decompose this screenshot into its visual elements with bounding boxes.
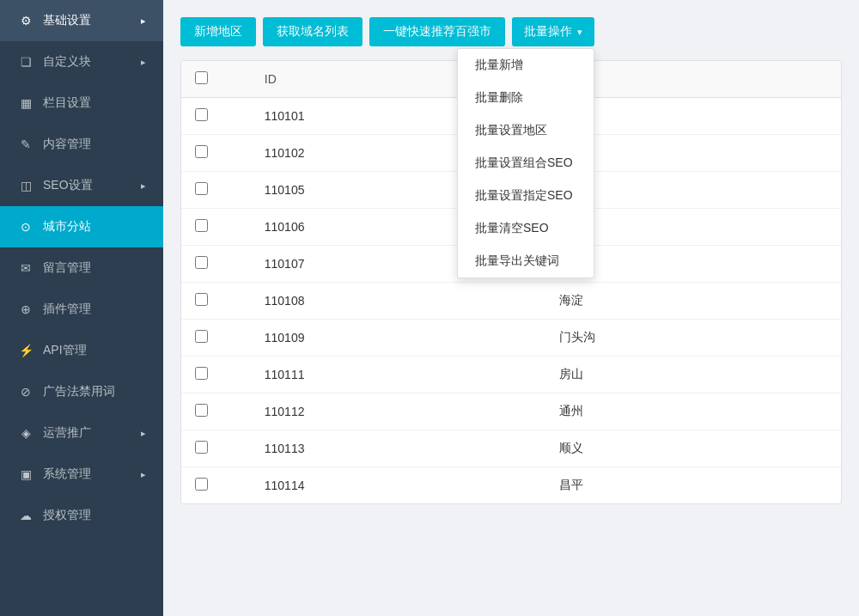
- sidebar-item-ops-promo[interactable]: ◈ 运营推广 ▸: [0, 412, 163, 454]
- row-name-7: 房山: [545, 357, 841, 393]
- sidebar-label-ad-forbidden: 广告法禁用词: [43, 384, 146, 399]
- auth-icon: ☁: [17, 507, 34, 524]
- api-icon: ⚡: [17, 342, 34, 359]
- table-header-checkbox: [181, 61, 251, 98]
- sidebar-label-content-mgmt: 内容管理: [43, 137, 146, 152]
- row-name-6: 门头沟: [545, 320, 841, 357]
- row-name-8: 通州: [545, 393, 841, 430]
- content-area: 新增地区 获取域名列表 一键快速推荐百强市 批量操作 ▾ 批量新增批量删除批量设…: [163, 0, 859, 616]
- dropdown-item-0[interactable]: 批量新增: [458, 49, 594, 82]
- sidebar-arrow-custom-block: ▸: [141, 57, 146, 68]
- sidebar-arrow-seo-settings: ▸: [141, 180, 146, 192]
- row-checkbox-cell-9: [181, 430, 251, 467]
- row-checkbox-1[interactable]: [195, 145, 208, 158]
- row-checkbox-2[interactable]: [195, 182, 208, 195]
- sidebar-label-column-settings: 栏目设置: [43, 95, 146, 111]
- batch-dropdown-wrapper: 批量操作 ▾ 批量新增批量删除批量设置地区批量设置组合SEO批量设置指定SEO批…: [512, 17, 594, 46]
- row-checkbox-cell-4: [181, 246, 251, 283]
- table-row: 110114 昌平: [181, 467, 841, 504]
- batch-dropdown-menu: 批量新增批量删除批量设置地区批量设置组合SEO批量设置指定SEO批量清空SEO批…: [457, 48, 594, 278]
- sidebar-item-ad-forbidden[interactable]: ⊘ 广告法禁用词: [0, 371, 163, 412]
- batch-operation-button[interactable]: 批量操作 ▾: [512, 17, 594, 46]
- sidebar-item-api-mgmt[interactable]: ⚡ API管理: [0, 330, 163, 371]
- sidebar-item-basic-settings[interactable]: ⚙ 基础设置 ▸: [0, 0, 163, 41]
- plugin-icon: ⊕: [17, 301, 34, 318]
- sidebar-label-sys-mgmt: 系统管理: [43, 467, 132, 482]
- sidebar-arrow-ops-promo: ▸: [141, 428, 146, 439]
- row-name-10: 昌平: [545, 467, 841, 504]
- batch-caret-icon: ▾: [577, 27, 582, 38]
- sidebar-item-city-station[interactable]: ⊙ 城市分站: [0, 206, 163, 247]
- get-domain-button[interactable]: 获取域名列表: [263, 17, 362, 46]
- edit-icon: ✎: [17, 136, 34, 153]
- row-checkbox-4[interactable]: [195, 256, 208, 269]
- chart-icon: ◫: [17, 177, 34, 194]
- sidebar-label-custom-block: 自定义块: [43, 54, 132, 70]
- sidebar-label-basic-settings: 基础设置: [43, 13, 132, 28]
- sidebar-item-column-settings[interactable]: ▦ 栏目设置: [0, 82, 163, 124]
- row-checkbox-5[interactable]: [195, 293, 208, 306]
- row-checkbox-cell-1: [181, 135, 251, 172]
- table-row: 110108 海淀: [181, 283, 841, 320]
- sidebar-label-plugin-mgmt: 插件管理: [43, 302, 146, 317]
- row-checkbox-cell-10: [181, 467, 251, 504]
- toolbar: 新增地区 获取域名列表 一键快速推荐百强市 批量操作 ▾ 批量新增批量删除批量设…: [180, 17, 842, 46]
- row-checkbox-cell-5: [181, 283, 251, 320]
- market-icon: ◈: [17, 424, 34, 442]
- row-checkbox-0[interactable]: [195, 108, 208, 121]
- row-checkbox-cell-8: [181, 393, 251, 430]
- dropdown-item-5[interactable]: 批量清空SEO: [458, 212, 594, 245]
- sidebar-item-comment-mgmt[interactable]: ✉ 留言管理: [0, 247, 163, 289]
- row-checkbox-10[interactable]: [195, 478, 208, 491]
- row-checkbox-cell-7: [181, 357, 251, 393]
- row-checkbox-cell-2: [181, 172, 251, 209]
- dropdown-item-3[interactable]: 批量设置组合SEO: [458, 147, 594, 180]
- sys-icon: ▣: [17, 466, 34, 483]
- dropdown-item-2[interactable]: 批量设置地区: [458, 114, 594, 147]
- add-region-button[interactable]: 新增地区: [180, 17, 256, 46]
- row-checkbox-6[interactable]: [195, 330, 208, 343]
- row-id-7: 110111: [251, 357, 546, 393]
- sidebar-label-api-mgmt: API管理: [43, 343, 146, 358]
- dropdown-item-4[interactable]: 批量设置指定SEO: [458, 180, 594, 212]
- sidebar-item-sys-mgmt[interactable]: ▣ 系统管理 ▸: [0, 454, 163, 495]
- sidebar-label-seo-settings: SEO设置: [43, 178, 132, 193]
- sidebar: ⚙ 基础设置 ▸ ❏ 自定义块 ▸ ▦ 栏目设置 ✎ 内容管理 ◫ SEO设置 …: [0, 0, 163, 616]
- sidebar-label-ops-promo: 运营推广: [43, 425, 132, 441]
- table-row: 110109 门头沟: [181, 320, 841, 357]
- sidebar-item-auth-mgmt[interactable]: ☁ 授权管理: [0, 495, 163, 536]
- sidebar-arrow-sys-mgmt: ▸: [141, 469, 146, 480]
- sidebar-label-city-station: 城市分站: [43, 219, 146, 235]
- row-id-6: 110109: [251, 320, 546, 357]
- msg-icon: ✉: [17, 259, 34, 277]
- row-id-10: 110114: [251, 467, 546, 504]
- city-icon: ⊙: [17, 218, 34, 235]
- row-id-8: 110112: [251, 393, 546, 430]
- row-checkbox-3[interactable]: [195, 219, 208, 232]
- sidebar-label-comment-mgmt: 留言管理: [43, 260, 146, 276]
- row-checkbox-cell-3: [181, 209, 251, 246]
- row-checkbox-9[interactable]: [195, 441, 208, 454]
- sidebar-label-auth-mgmt: 授权管理: [43, 508, 146, 523]
- puzzle-icon: ❏: [17, 53, 34, 70]
- row-id-5: 110108: [251, 283, 546, 320]
- main-content: 新增地区 获取域名列表 一键快速推荐百强市 批量操作 ▾ 批量新增批量删除批量设…: [163, 0, 859, 616]
- table-row: 110111 房山: [181, 357, 841, 393]
- sidebar-item-seo-settings[interactable]: ◫ SEO设置 ▸: [0, 165, 163, 206]
- row-name-5: 海淀: [545, 283, 841, 320]
- row-checkbox-cell-0: [181, 98, 251, 135]
- row-checkbox-8[interactable]: [195, 404, 208, 417]
- dropdown-item-1[interactable]: 批量删除: [458, 82, 594, 114]
- sidebar-item-plugin-mgmt[interactable]: ⊕ 插件管理: [0, 289, 163, 330]
- row-checkbox-cell-6: [181, 320, 251, 357]
- gear-icon: ⚙: [17, 12, 34, 29]
- dropdown-item-6[interactable]: 批量导出关键词: [458, 245, 594, 278]
- row-checkbox-7[interactable]: [195, 367, 208, 380]
- quick-recommend-button[interactable]: 一键快速推荐百强市: [369, 17, 505, 46]
- select-all-checkbox[interactable]: [195, 71, 208, 84]
- table-row: 110113 顺义: [181, 430, 841, 467]
- sidebar-item-custom-block[interactable]: ❏ 自定义块 ▸: [0, 41, 163, 82]
- sidebar-item-content-mgmt[interactable]: ✎ 内容管理: [0, 124, 163, 165]
- batch-label: 批量操作: [524, 24, 572, 40]
- table-row: 110112 通州: [181, 393, 841, 430]
